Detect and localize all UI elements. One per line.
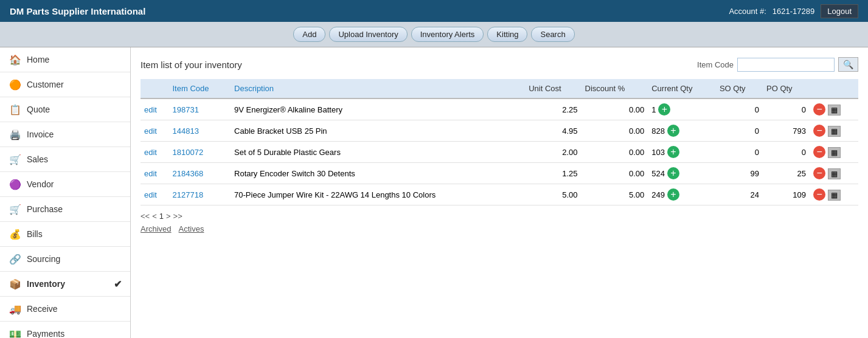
edit-link[interactable]: edit (144, 190, 157, 199)
unit-cost-cell: 5.00 (525, 184, 581, 205)
pagination: << < 1 > >> Archived Actives (141, 212, 858, 233)
so-qty-cell: 0 (716, 98, 763, 120)
layout: 🏠Home🟠Customer📋Quote🖨️Invoice🛒Sales🟣Vend… (0, 47, 868, 338)
current-qty-value: 828 (651, 126, 665, 136)
so-qty-cell: 0 (716, 120, 763, 142)
item-code-link[interactable]: 144813 (173, 126, 199, 136)
po-qty-cell: 0 (763, 142, 810, 163)
current-qty-value: 103 (651, 148, 665, 157)
discount-cell: 0.00 (582, 120, 648, 142)
current-qty-cell: 828+ (648, 120, 716, 142)
prev-page-link[interactable]: < (152, 212, 157, 221)
po-qty-cell: 793 (763, 120, 810, 142)
account-number: 1621-17289 (773, 7, 814, 16)
customer-icon: 🟠 (9, 78, 22, 91)
action-buttons-cell: − ▦ (810, 98, 858, 120)
add-button[interactable]: Add (293, 27, 325, 42)
quote-icon: 📋 (9, 103, 22, 116)
add-qty-button[interactable]: + (667, 188, 679, 201)
item-code-link[interactable]: 1810072 (173, 148, 204, 157)
remove-button[interactable]: − (813, 188, 825, 201)
actives-link[interactable]: Actives (179, 224, 204, 233)
archived-link[interactable]: Archived (141, 224, 172, 233)
edit-link[interactable]: edit (144, 169, 157, 178)
inventory-icon: 📦 (9, 277, 22, 291)
item-code-link[interactable]: 2127718 (173, 190, 204, 199)
kitting-button[interactable]: Kitting (487, 27, 527, 42)
col-unit-cost: Unit Cost (525, 79, 581, 98)
sidebar-item-purchase[interactable]: 🛒Purchase (0, 197, 130, 222)
sidebar-item-vendor[interactable]: 🟣Vendor (0, 172, 130, 197)
grid-button[interactable]: ▦ (828, 168, 841, 179)
add-qty-button[interactable]: + (658, 103, 670, 116)
remove-button[interactable]: − (813, 125, 825, 137)
table-row: edit144813Cable Bracket USB 25 Pin4.950.… (141, 120, 858, 142)
sidebar-label-sourcing: Sourcing (27, 254, 122, 264)
discount-cell: 5.00 (582, 184, 648, 205)
current-qty-cell: 524+ (648, 163, 716, 184)
col-actions (810, 79, 858, 98)
grid-button[interactable]: ▦ (828, 190, 841, 201)
current-qty-cell: 249+ (648, 184, 716, 205)
main-content: Item list of your inventory Item Code 🔍 … (131, 47, 868, 338)
sales-icon: 🛒 (9, 153, 22, 166)
sidebar-item-quote[interactable]: 📋Quote (0, 97, 130, 122)
sidebar-label-receive: Receive (27, 304, 122, 314)
table-row: edit1810072Set of 5 Durable Plastic Gear… (141, 142, 858, 163)
current-qty-cell: 103+ (648, 142, 716, 163)
edit-link[interactable]: edit (144, 126, 157, 136)
item-code-link[interactable]: 2184368 (173, 169, 204, 178)
sidebar-item-sales[interactable]: 🛒Sales (0, 147, 130, 172)
first-page-link[interactable]: << (141, 212, 150, 221)
col-discount: Discount % (582, 79, 648, 98)
next-page-link[interactable]: > (166, 212, 171, 221)
last-page-link[interactable]: >> (173, 212, 182, 221)
add-qty-button[interactable]: + (667, 167, 679, 179)
sidebar-item-receive[interactable]: 🚚Receive (0, 297, 130, 322)
payments-icon: 💵 (9, 327, 22, 338)
table-body: edit1987319V Energizer® Alkaline Battery… (141, 98, 858, 205)
sidebar-item-home[interactable]: 🏠Home (0, 47, 130, 72)
add-qty-button[interactable]: + (667, 146, 679, 158)
remove-button[interactable]: − (813, 103, 825, 116)
edit-link[interactable]: edit (144, 148, 157, 157)
sidebar-item-sourcing[interactable]: 🔗Sourcing (0, 247, 130, 272)
app-title: DM Parts Supplier International (10, 6, 145, 16)
action-buttons-cell: − ▦ (810, 120, 858, 142)
sidebar-label-quote: Quote (27, 105, 122, 114)
toolbar: AddUpload InventoryInventory AlertsKitti… (0, 22, 868, 47)
item-search-button[interactable]: 🔍 (838, 57, 858, 72)
archive-links: Archived Actives (141, 224, 858, 233)
grid-button[interactable]: ▦ (828, 147, 841, 158)
inventory-alerts-button[interactable]: Inventory Alerts (411, 27, 484, 42)
sidebar-label-invoice: Invoice (27, 129, 122, 139)
upload-inventory-button[interactable]: Upload Inventory (329, 27, 407, 42)
item-code-link[interactable]: 198731 (173, 105, 199, 114)
receive-icon: 🚚 (9, 302, 22, 316)
remove-button[interactable]: − (813, 167, 825, 179)
table-row: edit1987319V Energizer® Alkaline Battery… (141, 98, 858, 120)
sidebar-item-invoice[interactable]: 🖨️Invoice (0, 122, 130, 147)
add-qty-button[interactable]: + (667, 125, 679, 137)
sidebar-item-customer[interactable]: 🟠Customer (0, 72, 130, 97)
remove-button[interactable]: − (813, 146, 825, 158)
col-current-qty: Current Qty (648, 79, 716, 98)
search-button[interactable]: Search (531, 27, 574, 42)
sidebar-item-inventory[interactable]: 📦Inventory✔ (0, 272, 130, 297)
sidebar-label-sales: Sales (27, 154, 122, 164)
sidebar-item-payments[interactable]: 💵Payments (0, 322, 130, 338)
grid-button[interactable]: ▦ (828, 126, 841, 137)
logout-button[interactable]: Logout (821, 4, 858, 18)
item-code-input[interactable] (737, 58, 835, 72)
active-checkmark: ✔ (114, 278, 122, 290)
edit-link[interactable]: edit (144, 105, 157, 114)
invoice-icon: 🖨️ (9, 128, 22, 141)
current-page: 1 (159, 212, 164, 221)
col-edit (141, 79, 169, 98)
search-area: Item Code 🔍 (697, 57, 858, 72)
sidebar-item-bills[interactable]: 💰Bills (0, 222, 130, 247)
grid-button[interactable]: ▦ (828, 105, 841, 116)
unit-cost-cell: 2.25 (525, 98, 581, 120)
sidebar-label-inventory: Inventory (27, 279, 109, 289)
discount-cell: 0.00 (582, 142, 648, 163)
